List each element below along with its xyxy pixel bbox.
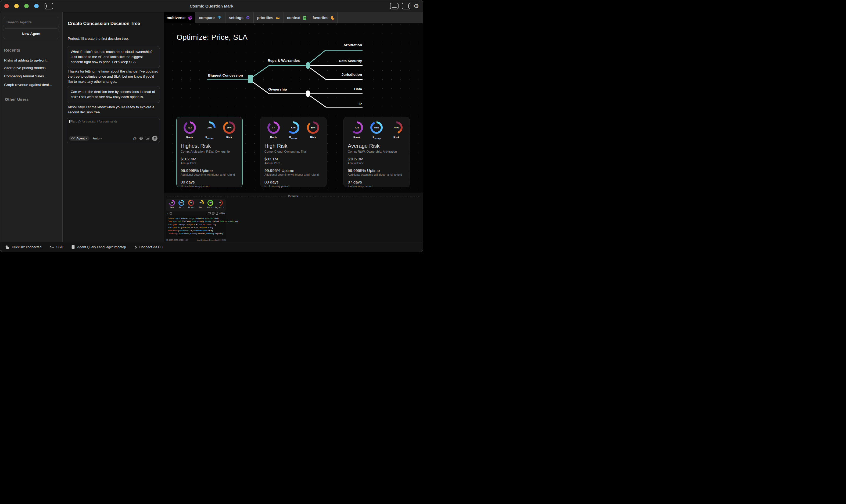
sidebar-item-recent[interactable]: Graph revenue against deal... xyxy=(4,83,52,87)
sidebar-item-recent[interactable]: Risks of adding to up-front... xyxy=(4,58,50,62)
toggle-sidebar-icon[interactable] xyxy=(44,3,53,10)
drawer-panel: Drawer #23Rank 90%PAccept 99%PWorkable 3… xyxy=(164,193,423,242)
toggle-bottom-panel-icon[interactable] xyxy=(390,3,398,10)
titlebar: Cosmic Question Mark ⚙ xyxy=(0,0,423,12)
annual-price-label: Annual Price xyxy=(265,161,326,165)
ownership-node[interactable] xyxy=(306,91,310,97)
calendar-icon[interactable] xyxy=(169,212,172,215)
option-card-high-risk[interactable]: #7Rank 63%PAccept 89%Risk High Risk Comp… xyxy=(260,117,326,187)
tree-label-ip[interactable]: IP xyxy=(359,102,362,106)
option-card-average-risk[interactable]: #24Rank 94%PAccept 46%Risk Average Risk … xyxy=(343,117,410,187)
tree-headline: Optimize: Price, SLA xyxy=(177,33,248,42)
paccept-donut-chart: 90% xyxy=(178,200,184,206)
drawer-header[interactable]: Drawer xyxy=(164,193,423,198)
card-comp: Comp: R&W, Ownership, Arbitration xyxy=(348,150,410,153)
tab-compare[interactable]: compare xyxy=(195,12,226,23)
connect-cli[interactable]: Connect via CLI xyxy=(134,245,163,249)
other-users-heading: Other Users xyxy=(5,97,29,102)
mention-icon[interactable]: @ xyxy=(133,137,137,141)
new-agent-button[interactable]: New Agent xyxy=(3,29,59,39)
close-window-button[interactable] xyxy=(4,4,9,8)
last-updated: Last Updated: December 29, 2025 xyxy=(197,239,226,241)
user-message: Can we do the decision tree by concessio… xyxy=(67,86,160,103)
annual-price-label: Annual Price xyxy=(348,161,410,165)
option-card-highest-risk[interactable]: #12Rank 25%PAccept 96%Risk Highest Risk … xyxy=(176,117,243,187)
atom-icon xyxy=(188,16,193,20)
sidebar-item-recent[interactable]: Comparing Annual Sales... xyxy=(4,74,47,78)
settings-gear-icon[interactable]: ⚙ xyxy=(414,3,419,9)
days-value: 00 days xyxy=(265,180,326,184)
tree-label-arbitration[interactable]: Arbitration xyxy=(343,43,362,47)
tabbar: multiverse compare settings ⚙ priorities… xyxy=(164,12,423,23)
rank-donut-chart: #12 xyxy=(183,122,196,134)
mini-footer: ID: 1957-0479-3285-9980 Last Updated: De… xyxy=(166,239,226,241)
tree-label-reps-warranties[interactable]: Reps & Warranties xyxy=(268,58,300,62)
contract-code-block[interactable]: Service: {type: license, usage: unlimite… xyxy=(166,215,226,238)
tree-label-ownership[interactable]: Ownership xyxy=(268,87,287,91)
decision-tree-canvas[interactable]: Optimize: Price, SLA xyxy=(164,23,423,193)
file-icon[interactable] xyxy=(216,212,218,215)
uptime-note: Additional downtime will trigger a full … xyxy=(265,173,326,176)
code-line: Trial: {pilot: 30 days, trial price: $5,… xyxy=(168,223,224,226)
chevron-down-icon: ▾ xyxy=(101,137,102,140)
document-icon xyxy=(303,16,307,20)
chevron-right-icon xyxy=(134,245,137,249)
tab-favorites[interactable]: favorites xyxy=(310,12,338,23)
search-input[interactable] xyxy=(3,17,59,28)
tree-label-jurisdiction[interactable]: Jurisdiction xyxy=(341,73,362,76)
sidebar-item-recent[interactable]: Alternative pricing models xyxy=(4,66,46,70)
uptime-note: Additional downtime will trigger a full … xyxy=(181,173,242,176)
drawer-detail-card[interactable]: #23Rank 90%PAccept 99%PWorkable 33%Risk … xyxy=(166,199,226,241)
assistant-message: Absolutely! Let me know when you're read… xyxy=(68,105,160,115)
assistant-message: Perfect, I'll create the first decision … xyxy=(68,36,160,41)
ssh-status[interactable]: SSH xyxy=(50,245,63,249)
reps-warranties-node[interactable] xyxy=(306,62,310,69)
freps-donut-chart: 50% xyxy=(217,200,223,206)
query-language-status[interactable]: Agent Query Language: Imhotep xyxy=(71,245,126,249)
code-line: SLA: {tiers: 4, guarantee: 99.95%, rate … xyxy=(168,226,224,229)
database-icon xyxy=(71,245,75,249)
chat-input[interactable]: Plan, @ for context, / for commands Agen… xyxy=(67,118,160,143)
user-message: What if I didn't care as much about clou… xyxy=(67,46,160,68)
tab-context[interactable]: context xyxy=(284,12,310,23)
auto-mode-dropdown[interactable]: Auto ▾ xyxy=(93,137,102,140)
image-icon[interactable] xyxy=(146,137,149,140)
workspace-panel: multiverse compare settings ⚙ priorities… xyxy=(164,12,423,242)
minimize-window-button[interactable] xyxy=(14,4,19,8)
card-title: Highest Risk xyxy=(181,143,242,149)
tab-multiverse[interactable]: multiverse xyxy=(164,12,195,23)
toggle-right-panel-icon[interactable] xyxy=(402,3,410,10)
tab-settings[interactable]: settings ⚙ xyxy=(226,12,254,23)
chat-panel: Create Concession Decision Tree Perfect,… xyxy=(62,12,164,242)
record-id: ID: 1957-0479-3285-9980 xyxy=(166,239,187,241)
zoom-window-button[interactable] xyxy=(24,4,29,8)
code-line: Service: {type: license, usage: unlimite… xyxy=(168,217,224,220)
paccept-donut-chart: 25% xyxy=(203,122,216,134)
tabbar-filler xyxy=(338,12,423,23)
root-node[interactable] xyxy=(248,75,253,83)
card-comp: Comp: Cloud, Ownership, Trial xyxy=(265,150,326,153)
globe-icon[interactable] xyxy=(139,137,143,140)
window-title: Cosmic Question Mark xyxy=(0,4,423,8)
risk-donut-chart: 96% xyxy=(223,122,235,134)
uptime-value: 99.9995% Uptime xyxy=(181,168,242,173)
tree-label-data-security[interactable]: Data Security xyxy=(339,59,362,63)
format-json-label[interactable]: JSON xyxy=(219,212,225,214)
code-line: Arbitration: {jurisdiction: TX, indemnif… xyxy=(168,229,224,232)
moon-icon xyxy=(331,16,335,20)
uptime-value: 99.9995% Uptime xyxy=(348,168,410,173)
extra-window-button[interactable] xyxy=(34,4,39,8)
mail-icon[interactable] xyxy=(208,212,211,214)
sidebar: New Agent Recents Risks of adding to up-… xyxy=(0,12,62,242)
copy-icon[interactable] xyxy=(212,212,214,215)
tree-label-root[interactable]: Biggest Concession xyxy=(208,73,243,77)
duck-icon xyxy=(5,245,10,249)
gear-icon: ⚙ xyxy=(246,16,250,20)
microphone-button[interactable] xyxy=(152,136,158,141)
duckdb-status[interactable]: DuckDB: connected xyxy=(5,245,41,249)
tree-label-data[interactable]: Data xyxy=(354,87,362,91)
close-icon[interactable]: x xyxy=(167,212,168,215)
days-note: Exclusionary period xyxy=(265,184,326,188)
agent-mode-dropdown[interactable]: Agent ▾ xyxy=(69,136,90,141)
tab-priorities[interactable]: priorities xyxy=(254,12,284,23)
